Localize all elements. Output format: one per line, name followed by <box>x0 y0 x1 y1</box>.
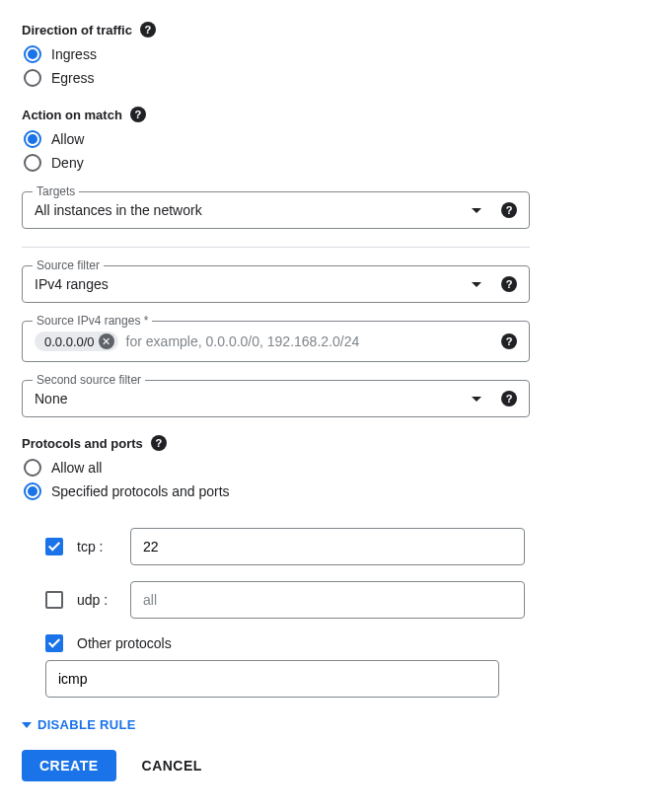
field-label: Source filter <box>33 258 104 272</box>
ipv4-placeholder: for example, 0.0.0.0/0, 192.168.2.0/24 <box>126 333 360 349</box>
radio-label: Egress <box>51 70 95 86</box>
chevron-down-icon <box>22 722 32 728</box>
other-protocols-label: Other protocols <box>77 635 172 651</box>
radio-icon <box>24 69 41 87</box>
chevron-down-icon <box>472 282 481 287</box>
targets-select[interactable]: Targets All instances in the network ? <box>22 191 530 229</box>
source-ipv4-input[interactable]: Source IPv4 ranges * 0.0.0.0/0 ✕ for exa… <box>22 321 530 362</box>
protocols-header: Protocols and ports <box>22 436 143 451</box>
field-label: Source IPv4 ranges * <box>33 314 152 328</box>
udp-label: udp : <box>77 592 116 608</box>
radio-ingress[interactable]: Ingress <box>22 45 530 63</box>
help-icon[interactable]: ? <box>501 202 517 218</box>
chip-remove-icon[interactable]: ✕ <box>99 333 114 349</box>
chevron-down-icon <box>472 397 481 402</box>
field-label: Targets <box>33 185 79 198</box>
radio-deny[interactable]: Deny <box>22 154 530 172</box>
other-protocols-checkbox[interactable] <box>45 634 63 652</box>
radio-icon <box>24 482 41 500</box>
help-icon[interactable]: ? <box>151 435 167 451</box>
action-header: Action on match <box>22 108 122 122</box>
source-filter-select[interactable]: Source filter IPv4 ranges ? <box>22 265 530 303</box>
radio-allow[interactable]: Allow <box>22 130 530 148</box>
tcp-label: tcp : <box>77 539 116 554</box>
help-icon[interactable]: ? <box>130 107 146 122</box>
ip-range-chip: 0.0.0.0/0 ✕ <box>35 332 118 351</box>
udp-checkbox[interactable] <box>45 591 63 609</box>
tcp-checkbox[interactable] <box>45 538 63 555</box>
radio-allow-all[interactable]: Allow all <box>22 459 530 477</box>
targets-value: All instances in the network <box>35 202 464 218</box>
help-icon[interactable]: ? <box>501 333 517 349</box>
divider <box>22 247 530 248</box>
radio-label: Ingress <box>51 46 97 62</box>
help-icon[interactable]: ? <box>140 22 156 37</box>
radio-icon <box>24 154 41 172</box>
radio-egress[interactable]: Egress <box>22 69 530 87</box>
create-button[interactable]: CREATE <box>22 750 116 781</box>
help-icon[interactable]: ? <box>501 276 517 292</box>
radio-specified[interactable]: Specified protocols and ports <box>22 482 530 500</box>
direction-header: Direction of traffic <box>22 23 132 37</box>
radio-label: Specified protocols and ports <box>51 483 230 499</box>
radio-label: Deny <box>51 155 84 171</box>
help-icon[interactable]: ? <box>501 391 517 406</box>
disable-rule-toggle[interactable]: DISABLE RULE <box>22 717 530 732</box>
second-source-filter-value: None <box>35 391 464 406</box>
disable-rule-label: DISABLE RULE <box>37 717 136 732</box>
radio-icon <box>24 45 41 63</box>
other-protocols-input[interactable] <box>45 660 499 698</box>
radio-label: Allow <box>51 131 84 147</box>
udp-ports-input[interactable] <box>130 581 525 619</box>
second-source-filter-select[interactable]: Second source filter None ? <box>22 380 530 417</box>
radio-icon <box>24 130 41 148</box>
field-label: Second source filter <box>33 373 145 387</box>
radio-icon <box>24 459 41 477</box>
radio-label: Allow all <box>51 460 102 476</box>
source-filter-value: IPv4 ranges <box>35 276 464 292</box>
chevron-down-icon <box>472 208 481 213</box>
chip-text: 0.0.0.0/0 <box>44 334 95 349</box>
cancel-button[interactable]: CANCEL <box>136 757 208 775</box>
tcp-ports-input[interactable] <box>130 528 525 565</box>
